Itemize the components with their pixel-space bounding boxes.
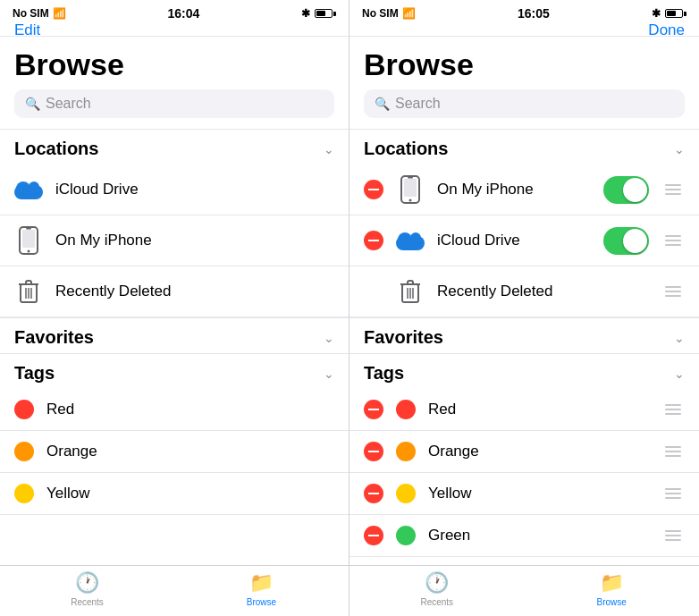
chevron-down-icon-favorites-1: ⌄ xyxy=(324,331,334,345)
drag-handle-icloud[interactable] xyxy=(661,232,685,249)
locations-section-header-1[interactable]: Locations ⌄ xyxy=(0,129,349,165)
drag-handle-green[interactable] xyxy=(661,527,685,544)
tag-dot-green-2 xyxy=(396,526,416,545)
carrier-2: No SIM xyxy=(362,7,399,20)
battery-tip-2 xyxy=(684,12,686,16)
recents-label-1: Recents xyxy=(71,597,104,607)
drag-handle-trash[interactable] xyxy=(661,283,685,300)
search-bar-2[interactable]: 🔍 Search xyxy=(364,89,685,118)
trash-icon-2 xyxy=(396,277,425,306)
favorites-title-2: Favorites xyxy=(364,327,443,348)
tag-dot-yellow-1 xyxy=(14,484,34,503)
list-item-tag-yellow-2[interactable]: Yellow xyxy=(350,473,699,515)
tags-title-2: Tags xyxy=(364,363,404,384)
list-item-tag-orange-2[interactable]: Orange xyxy=(350,431,699,473)
list-item-icloud-2[interactable]: iCloud Drive xyxy=(350,215,699,266)
search-icon-2: 🔍 xyxy=(375,97,390,111)
iphone-icon-2 xyxy=(396,175,425,204)
recents-icon-2: 🕐 xyxy=(425,571,449,595)
tags-title-1: Tags xyxy=(14,363,55,384)
drag-handle-iphone[interactable] xyxy=(661,181,685,198)
svg-rect-4 xyxy=(22,230,35,248)
status-right-1: ✱ xyxy=(301,7,336,20)
list-item-trash-1[interactable]: Recently Deleted xyxy=(0,266,349,317)
time-2: 16:05 xyxy=(518,6,550,21)
content-1: Browse 🔍 Search Locations ⌄ iCloud Drive xyxy=(0,37,349,565)
favorites-section-header-2[interactable]: Favorites ⌄ xyxy=(350,317,699,353)
battery-body-1 xyxy=(315,9,333,18)
list-item-tag-green-2[interactable]: Green xyxy=(350,515,699,557)
nav-bar-2: Done xyxy=(350,25,699,37)
browse-icon-2: 📁 xyxy=(600,571,624,595)
svg-point-17 xyxy=(398,232,412,247)
done-button[interactable]: Done xyxy=(648,21,685,39)
locations-title-2: Locations xyxy=(364,139,448,159)
drag-handle-orange[interactable] xyxy=(661,443,685,460)
time-1: 16:04 xyxy=(167,6,199,21)
tag-orange-label-2: Orange xyxy=(428,443,649,460)
tag-red-label-2: Red xyxy=(428,401,649,418)
icloud-drive-label-1: iCloud Drive xyxy=(55,181,334,198)
minus-button-red[interactable] xyxy=(364,400,383,419)
minus-button-green[interactable] xyxy=(364,526,383,545)
tab-recents-2[interactable]: 🕐 Recents xyxy=(350,571,525,607)
list-item-trash-2[interactable]: Recently Deleted xyxy=(350,266,699,317)
wifi-icon-2: 📶 xyxy=(402,7,416,20)
tab-bar-1: 🕐 Recents 📁 Browse xyxy=(0,565,349,616)
battery-fill-2 xyxy=(667,11,676,16)
browse-label-2: Browse xyxy=(597,597,627,607)
tab-recents-1[interactable]: 🕐 Recents xyxy=(0,571,174,607)
chevron-down-icon-favorites-2: ⌄ xyxy=(674,331,685,345)
list-item-tag-red-1[interactable]: Red xyxy=(0,389,349,431)
search-placeholder-2: Search xyxy=(395,96,441,112)
wifi-icon-1: 📶 xyxy=(53,7,66,20)
favorites-section-header-1[interactable]: Favorites ⌄ xyxy=(0,317,349,353)
tag-orange-label-1: Orange xyxy=(46,443,334,460)
tab-browse-2[interactable]: 📁 Browse xyxy=(525,571,700,607)
favorites-title-1: Favorites xyxy=(14,327,94,348)
recently-deleted-label-2: Recently Deleted xyxy=(437,283,649,300)
bluetooth-icon-1: ✱ xyxy=(301,7,310,20)
edit-button[interactable]: Edit xyxy=(14,21,40,39)
list-item-iphone-1[interactable]: On My iPhone xyxy=(0,215,349,266)
tab-browse-1[interactable]: 📁 Browse xyxy=(174,571,349,607)
toggle-iphone[interactable] xyxy=(603,176,649,204)
tags-section-header-1[interactable]: Tags ⌄ xyxy=(0,353,349,389)
battery-tip-1 xyxy=(333,12,336,16)
tags-section-header-2[interactable]: Tags ⌄ xyxy=(350,353,699,389)
icloud-drive-icon-2 xyxy=(396,226,425,255)
tag-dot-red-2 xyxy=(396,400,416,419)
recents-icon-1: 🕐 xyxy=(75,571,99,595)
drag-handle-yellow[interactable] xyxy=(661,485,685,502)
tag-yellow-label-1: Yellow xyxy=(46,485,334,502)
tag-dot-orange-2 xyxy=(396,442,416,461)
battery-icon-2 xyxy=(665,9,686,18)
status-left-2: No SIM 📶 xyxy=(362,7,416,20)
minus-button-orange[interactable] xyxy=(364,442,383,461)
search-placeholder-1: Search xyxy=(46,96,91,112)
drag-handle-red[interactable] xyxy=(661,401,685,418)
search-bar-1[interactable]: 🔍 Search xyxy=(14,89,334,118)
svg-rect-15 xyxy=(408,177,413,179)
toggle-icloud[interactable] xyxy=(603,227,649,255)
tag-yellow-label-2: Yellow xyxy=(428,485,649,502)
tag-dot-red-1 xyxy=(14,400,34,419)
minus-button-icloud[interactable] xyxy=(364,231,383,250)
list-item-icloud-1[interactable]: iCloud Drive xyxy=(0,165,349,215)
locations-section-header-2[interactable]: Locations ⌄ xyxy=(350,129,699,165)
svg-point-2 xyxy=(29,181,39,192)
minus-button-yellow[interactable] xyxy=(364,484,383,503)
list-item-iphone-2[interactable]: On My iPhone xyxy=(350,165,699,215)
minus-button-iphone[interactable] xyxy=(364,180,383,199)
chevron-down-icon-tags-1: ⌄ xyxy=(324,367,334,381)
search-icon-1: 🔍 xyxy=(25,97,40,111)
chevron-down-icon-locations-2: ⌄ xyxy=(674,142,685,156)
svg-point-18 xyxy=(410,232,421,243)
bluetooth-icon-2: ✱ xyxy=(652,7,661,20)
list-item-tag-yellow-1[interactable]: Yellow xyxy=(0,473,349,515)
tag-dot-yellow-2 xyxy=(396,484,416,503)
list-item-tag-orange-1[interactable]: Orange xyxy=(0,431,349,473)
locations-title-1: Locations xyxy=(14,139,98,159)
browse-icon-1: 📁 xyxy=(249,571,274,595)
list-item-tag-red-2[interactable]: Red xyxy=(350,389,699,431)
